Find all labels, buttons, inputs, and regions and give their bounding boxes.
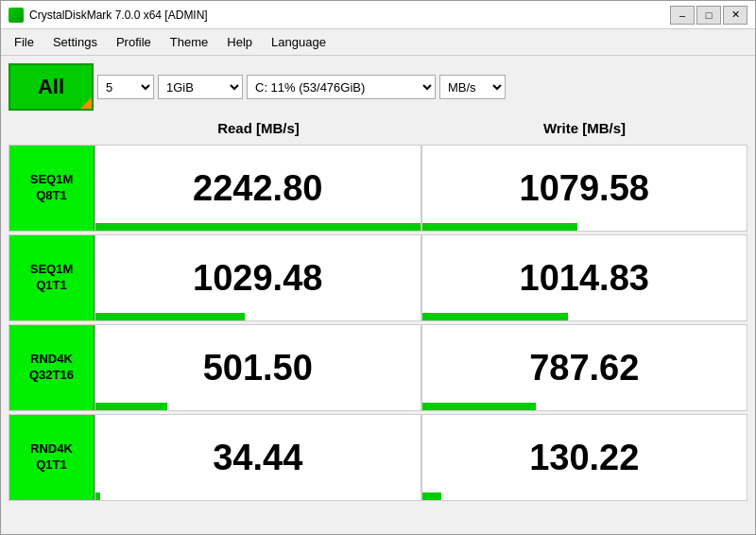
menu-language[interactable]: Language <box>262 31 335 53</box>
bench-read-bar-rnd4k-q1t1 <box>95 492 100 500</box>
bench-read-seq1m-q1t1: 1029.48 <box>94 235 421 320</box>
window-title: CrystalDiskMark 7.0.0 x64 [ADMIN] <box>29 9 670 22</box>
menu-file[interactable]: File <box>5 31 43 53</box>
app-window: CrystalDiskMark 7.0.0 x64 [ADMIN] – □ ✕ … <box>0 0 756 535</box>
bench-row-rnd4k-q1t1: RND4K Q1T1 34.44 130.22 <box>9 414 747 501</box>
bench-write-seq1m-q8t1: 1079.58 <box>421 146 747 231</box>
main-content: All 5 1 3 10 1GiB 512MiB 2GiB 4GiB 8GiB … <box>1 56 755 534</box>
drive-select[interactable]: C: 11% (53/476GiB) <box>247 75 436 99</box>
app-icon <box>9 8 24 23</box>
menu-profile[interactable]: Profile <box>107 31 161 53</box>
header-read: Read [MB/s] <box>95 120 421 136</box>
maximize-button[interactable]: □ <box>696 6 721 25</box>
all-button[interactable]: All <box>9 63 94 111</box>
bench-read-rnd4k-q1t1: 34.44 <box>94 415 421 500</box>
column-headers: Read [MB/s] Write [MB/s] <box>9 114 747 141</box>
bench-write-bar-seq1m-q8t1 <box>422 223 578 231</box>
size-select[interactable]: 1GiB 512MiB 2GiB 4GiB 8GiB <box>158 75 243 99</box>
bench-read-value-seq1m-q8t1: 2242.80 <box>193 168 322 209</box>
window-controls: – □ ✕ <box>670 6 747 25</box>
bench-write-value-rnd4k-q1t1: 130.22 <box>529 438 639 478</box>
menu-theme[interactable]: Theme <box>161 31 217 53</box>
bench-write-value-rnd4k-q32t16: 787.62 <box>529 348 639 388</box>
bench-read-value-seq1m-q1t1: 1029.48 <box>193 258 322 299</box>
bench-read-bar-rnd4k-q32t16 <box>95 403 167 410</box>
bench-write-bar-seq1m-q1t1 <box>422 313 569 320</box>
header-write: Write [MB/s] <box>421 120 747 136</box>
runs-select[interactable]: 5 1 3 10 <box>97 75 154 99</box>
minimize-button[interactable]: – <box>670 6 695 25</box>
bottom-spacer <box>9 519 747 526</box>
bench-write-bar-rnd4k-q32t16 <box>422 403 536 410</box>
unit-select[interactable]: MB/s GB/s IOPS μs <box>439 75 506 99</box>
bench-read-bar-seq1m-q8t1 <box>95 223 421 231</box>
close-button[interactable]: ✕ <box>723 6 747 25</box>
bench-read-rnd4k-q32t16: 501.50 <box>94 325 421 410</box>
bench-read-bar-seq1m-q1t1 <box>95 313 245 320</box>
bench-read-value-rnd4k-q1t1: 34.44 <box>213 438 302 478</box>
bench-row-seq1m-q8t1: SEQ1M Q8T1 2242.80 1079.58 <box>9 145 747 232</box>
bench-read-value-rnd4k-q32t16: 501.50 <box>203 348 313 388</box>
title-bar: CrystalDiskMark 7.0.0 x64 [ADMIN] – □ ✕ <box>1 1 755 29</box>
menu-settings[interactable]: Settings <box>43 31 107 53</box>
bench-label-seq1m-q8t1: SEQ1M Q8T1 <box>9 146 94 231</box>
menu-help[interactable]: Help <box>217 31 262 53</box>
bench-write-value-seq1m-q1t1: 1014.83 <box>520 258 649 299</box>
bench-label-seq1m-q1t1: SEQ1M Q1T1 <box>9 235 94 320</box>
bench-row-seq1m-q1t1: SEQ1M Q1T1 1029.48 1014.83 <box>9 234 747 321</box>
benchmark-rows: SEQ1M Q8T1 2242.80 1079.58 SEQ1M Q1T1 10… <box>9 145 747 515</box>
bench-row-rnd4k-q32t16: RND4K Q32T16 501.50 787.62 <box>9 324 747 411</box>
bench-write-bar-rnd4k-q1t1 <box>422 492 442 500</box>
bench-write-value-seq1m-q8t1: 1079.58 <box>520 168 649 209</box>
bench-label-rnd4k-q32t16: RND4K Q32T16 <box>9 325 94 410</box>
controls-row: All 5 1 3 10 1GiB 512MiB 2GiB 4GiB 8GiB … <box>9 63 747 111</box>
bench-label-rnd4k-q1t1: RND4K Q1T1 <box>9 415 94 500</box>
bench-write-rnd4k-q32t16: 787.62 <box>421 325 747 410</box>
bench-write-rnd4k-q1t1: 130.22 <box>421 415 747 500</box>
menu-bar: File Settings Profile Theme Help Languag… <box>1 29 755 56</box>
bench-write-seq1m-q1t1: 1014.83 <box>421 235 747 320</box>
bench-read-seq1m-q8t1: 2242.80 <box>94 146 421 231</box>
